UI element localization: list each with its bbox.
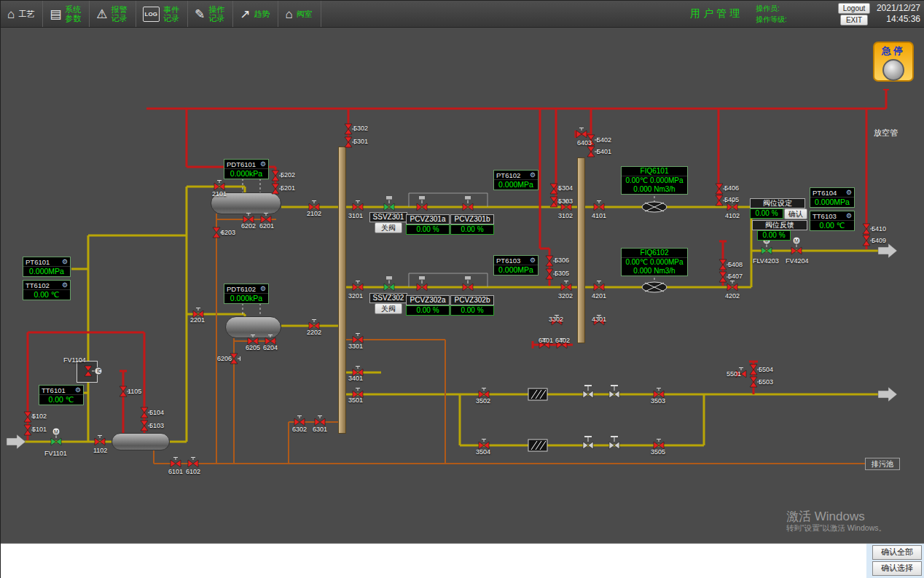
confirm-all-button[interactable]: 确认全部 <box>872 545 922 560</box>
gear-icon[interactable]: ⚙ <box>530 257 536 264</box>
gear-icon[interactable]: ⚙ <box>846 189 852 196</box>
close-valve-button-SSVZ302[interactable]: 关阀 <box>375 303 402 314</box>
valve-tag-3102: 3102 <box>558 212 573 219</box>
gear-icon[interactable]: ⚙ <box>530 171 536 179</box>
valve-4101[interactable] <box>593 200 605 211</box>
valve-FV1104[interactable]: M <box>84 365 103 377</box>
confirm-select-button[interactable]: 确认选择 <box>872 561 922 576</box>
valve-set-label: 阀位设定 <box>750 198 805 208</box>
watermark-line2: 转到"设置"以激活 Windows。 <box>786 523 886 534</box>
toolbar-item-valve-room[interactable]: ⌂阀室 <box>278 1 321 27</box>
valve-set-value[interactable]: 0.00 % <box>750 208 783 219</box>
toolbar-item-system-params[interactable]: ▤系统参数 <box>43 1 90 27</box>
valve-unit[interactable] <box>383 275 395 292</box>
valve-label-PCVZ301b: PCVZ301b <box>450 214 494 224</box>
valve-tag-3202: 3202 <box>558 292 573 300</box>
valve-3201[interactable] <box>352 280 364 292</box>
gear-icon[interactable]: ⚙ <box>846 212 852 219</box>
valve-unit[interactable] <box>582 383 594 399</box>
instrument-TT6103[interactable]: TT6103⚙0.00 ℃ <box>810 211 855 231</box>
valve-tag-5306: 5306 <box>555 257 569 264</box>
instrument-TT6101[interactable]: TT6101⚙0.00 ℃ <box>39 385 84 405</box>
valve-tag-2202: 2202 <box>307 329 321 336</box>
valve-unit[interactable] <box>462 195 474 211</box>
valve-tag-6102: 6102 <box>186 468 200 475</box>
gear-icon[interactable]: ⚙ <box>260 160 266 168</box>
valve-6403[interactable] <box>576 127 587 138</box>
confirm-button[interactable]: 确认 <box>784 208 807 219</box>
alarm-icon: ⚠ <box>96 8 107 20</box>
exit-button[interactable]: EXIT <box>840 15 868 26</box>
valve-tag-5501: 5501 <box>727 370 741 378</box>
valve-tag-4201: 4201 <box>592 292 606 300</box>
valve-6302[interactable] <box>294 415 305 426</box>
vent-pipe-label: 放空管 <box>874 128 898 138</box>
valve-tag-2201: 2201 <box>190 316 205 324</box>
valve-1102[interactable] <box>94 434 106 446</box>
toolbar-item-process[interactable]: ⌂工艺 <box>1 1 43 27</box>
valve-unit[interactable] <box>608 383 620 399</box>
valve-3202[interactable] <box>560 280 572 292</box>
toolbar-item-label: 事件记录 <box>163 5 181 23</box>
gear-icon[interactable]: ⚙ <box>62 281 68 289</box>
valve-6102[interactable] <box>187 456 199 468</box>
instrument-tag: PT6102 <box>496 171 520 179</box>
valve-6301[interactable] <box>314 415 326 426</box>
valve-tag-3201: 3201 <box>348 292 363 300</box>
user-management-button[interactable]: 用户管理 <box>690 7 743 20</box>
toolbar-item-event-log[interactable]: LOG事件记录 <box>136 1 188 27</box>
toolbar-item-trend[interactable]: ↗趋势 <box>233 1 278 27</box>
valve-6101[interactable] <box>170 456 181 468</box>
instrument-tag: FIQ6101 <box>622 167 687 176</box>
instrument-value: 0.000kPa <box>224 294 268 303</box>
instrument-PDT6101[interactable]: PDT6101⚙0.000kPa <box>224 159 269 179</box>
filter-icons <box>528 388 547 451</box>
toolbar-item-alarm-log[interactable]: ⚠报警记录 <box>90 1 136 27</box>
instrument-tag: PDT6101 <box>227 160 256 168</box>
instrument-PT6102[interactable]: PT6102⚙0.000MPa <box>493 170 539 190</box>
valve-tag-5302: 5302 <box>353 125 368 132</box>
instrument-tag: PT6104 <box>813 189 837 197</box>
instrument-TT6102[interactable]: TT6102⚙0.00 ℃ <box>23 280 71 300</box>
operator-info: 操作员: 操作等级: <box>756 3 787 25</box>
valve-FV1101[interactable]: M <box>50 427 62 446</box>
valve-3101[interactable] <box>352 200 364 211</box>
valve-tag-5304: 5304 <box>558 184 573 192</box>
instrument-FIQ6102[interactable]: FIQ61020.00℃ 0.000MPa0.000 Nm3/h <box>621 248 688 276</box>
valve-unit[interactable] <box>462 275 474 292</box>
valve-4202[interactable] <box>727 280 738 292</box>
instrument-PT6104[interactable]: PT6104⚙0.000MPa <box>810 187 855 208</box>
valve-tag-FV1101: FV1101 <box>44 450 67 457</box>
instrument-value: 0.00℃ 0.000MPa <box>622 258 687 267</box>
valve-tag-5305: 5305 <box>555 270 569 277</box>
valve-tag-3301: 3301 <box>348 343 363 350</box>
instrument-PDT6102[interactable]: PDT6102⚙0.000kPa <box>224 284 269 304</box>
gear-icon[interactable]: ⚙ <box>75 386 81 394</box>
valve-tag-5102: 5102 <box>32 413 47 420</box>
valve-unit[interactable] <box>383 195 395 211</box>
close-valve-button-SSVZ301[interactable]: 关阀 <box>375 222 402 233</box>
svg-text:M: M <box>794 238 799 243</box>
instrument-PT6103[interactable]: PT6103⚙0.000MPa <box>493 255 539 276</box>
instrument-header: PT6103⚙ <box>494 256 538 265</box>
valve-unit[interactable] <box>582 434 594 450</box>
valve-unit[interactable] <box>608 434 620 450</box>
instrument-PT6101[interactable]: PT6101⚙0.000MPa <box>23 257 71 277</box>
instrument-FIQ6101[interactable]: FIQ61010.00℃ 0.000MPa0.000 Nm3/h <box>621 166 688 195</box>
valve-FV4204[interactable]: M <box>791 236 802 255</box>
valve-2101[interactable] <box>214 179 225 191</box>
toolbar-item-operation-log[interactable]: ✎操作记录 <box>188 1 233 27</box>
valve-tag-6204: 6204 <box>263 344 278 351</box>
emergency-stop-button[interactable]: 急停 <box>873 42 914 82</box>
logout-button[interactable]: Logout <box>838 3 870 14</box>
valve-unit[interactable] <box>416 275 428 292</box>
gear-icon[interactable]: ⚙ <box>62 258 68 265</box>
valve-tag-6203: 6203 <box>221 229 235 236</box>
valve-tag-2102: 2102 <box>307 210 321 217</box>
gear-icon[interactable]: ⚙ <box>260 285 266 292</box>
valve-unit[interactable] <box>416 195 428 211</box>
valve-tag-1102: 1102 <box>93 447 107 454</box>
diagram-layer: 放空管 排污池 阀位设定 0.00 % 确认 阀位反馈 0.00 % PDT61… <box>1 1 924 578</box>
valve-4201[interactable] <box>593 280 605 292</box>
valve-tag-5405: 5405 <box>724 196 739 203</box>
